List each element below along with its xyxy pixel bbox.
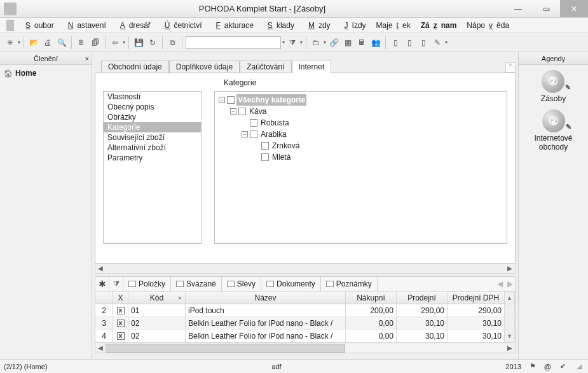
copy-icon[interactable]: ⧉ [166,36,179,49]
table-row[interactable]: 3 x 02 Belkin Leather Folio for iPod nan… [95,317,515,330]
tree-collapse-icon[interactable]: − [219,97,225,103]
menu-jizdy[interactable]: Jízdy [337,20,370,31]
col-prodejnidph[interactable]: Prodejní DPH [448,292,505,304]
tool-icon[interactable]: ✎ [431,36,444,49]
tab-internet[interactable]: Internet [292,60,332,73]
new-doc-icon[interactable]: 🗎 [75,36,88,49]
search-field[interactable] [186,36,281,49]
menu-adresar[interactable]: Adresář [113,20,154,31]
scroll-left-icon[interactable]: ◀ [95,344,106,351]
calc-icon[interactable]: 🖩 [355,36,368,49]
cell-x[interactable]: x [113,330,128,342]
tree-collapse-icon[interactable]: − [230,108,236,115]
cell-x[interactable]: x [113,317,128,329]
refresh-icon[interactable]: ↻ [146,36,159,49]
subtab-dokumenty[interactable]: Dokumenty [261,277,321,291]
tree-mleta[interactable]: Mletá [219,151,503,163]
sidelist-vlastnosti[interactable]: Vlastnosti [104,92,201,102]
col-x[interactable]: X [113,292,128,304]
status-check-icon[interactable]: ✔ [557,362,568,370]
subtab-slevy[interactable]: Slevy [222,277,261,291]
menu-mzdy[interactable]: Mzdy [301,20,334,31]
tree-root-checkbox[interactable] [227,96,235,104]
scroll-left-icon[interactable]: ◀ [95,265,106,272]
subtab-svazane[interactable]: Svázané [171,277,222,291]
close-button[interactable]: ✕ [560,0,588,17]
tree-checkbox[interactable] [261,153,269,161]
tree-checkbox[interactable] [261,142,269,150]
tree-root[interactable]: − Všechny kategorie [219,94,503,106]
panel1-icon[interactable]: ▯ [389,36,402,49]
agenda-zasoby[interactable]: ②✎ Zásoby [541,70,566,103]
mainpane-hscroll[interactable]: ◀ ▶ [95,264,516,274]
grid-hscroll[interactable]: ◀ ▶ [95,343,516,353]
subtab-next-icon[interactable]: ▶ [505,279,515,288]
tabs-scroll-up-icon[interactable]: ˄ [505,62,516,73]
tree-checkbox[interactable] [250,119,257,127]
menu-ucetnictvi[interactable]: Účetnictví [157,20,206,31]
sidelist-obrazky[interactable]: Obrázky [104,112,201,122]
maximize-button[interactable]: ▭ [532,0,560,17]
save-icon[interactable]: 💾 [132,36,145,49]
grid-icon[interactable]: ▦ [341,36,354,49]
left-panel-close-icon[interactable]: × [85,55,89,62]
subtab-prev-icon[interactable]: ◀ [495,279,505,288]
sidelist-souvisejici[interactable]: Související zboží [104,132,201,143]
sidelist-parametry[interactable]: Parametry [104,153,201,163]
panel3-icon[interactable]: ▯ [417,36,430,49]
col-kod[interactable]: Kód [128,292,186,304]
menu-majetek[interactable]: Majetek [373,20,414,31]
subtab-poznamky[interactable]: Poznámky [321,277,378,291]
cell-x[interactable]: x [113,304,128,316]
sidebar-home[interactable]: Home [4,69,88,78]
preview-icon[interactable]: 🔍 [55,36,68,49]
grid-vscroll-up-icon[interactable]: ▲ [505,292,515,304]
status-flag-icon[interactable]: ⚑ [528,362,538,370]
tree-checkbox[interactable] [238,108,246,115]
tab-doplnkove[interactable]: Doplňkové údaje [169,60,240,73]
menu-fakturace[interactable]: Fakturace [208,20,257,31]
status-resize-grip-icon[interactable]: ◢ [574,362,584,370]
sidelist-obecny-popis[interactable]: Obecný popis [104,102,201,112]
menu-zaznam[interactable]: Záznam [417,20,461,31]
subtab-filter-icon[interactable]: ⧩ [109,277,123,291]
table-row[interactable]: 2 x 01 iPod touch 200,00 290,00 290,00 [95,304,515,317]
col-nakupni[interactable]: Nákupní [346,292,397,304]
grid-vscroll-down-icon[interactable]: ▼ [505,330,515,342]
open-icon[interactable]: 📂 [27,36,40,49]
tree-checkbox[interactable] [250,130,257,138]
grid-vscroll-track[interactable] [505,304,515,316]
minimize-button[interactable]: — [504,0,532,17]
sidelist-kategorie[interactable]: Kategorie [104,122,201,132]
tree-arabika[interactable]: − Arabika [219,129,503,140]
tree-collapse-icon[interactable]: − [242,131,248,137]
scroll-right-icon[interactable]: ▶ [505,344,515,351]
sidelist-alternativni[interactable]: Alternativní zboží [104,143,201,153]
subtab-polozky[interactable]: Položky [123,277,171,291]
menu-soubor[interactable]: Soubor [18,20,58,31]
scroll-thumb[interactable] [106,344,345,353]
col-rownum[interactable] [95,292,113,304]
tree-robusta[interactable]: Robusta [219,117,503,129]
link-icon[interactable]: 🔗 [327,36,340,49]
menu-nastaveni[interactable]: Nastavení [60,20,110,31]
menu-sklady[interactable]: Sklady [260,20,298,31]
tab-zauctovani[interactable]: Zaúčtování [240,60,291,73]
scroll-right-icon[interactable]: ▶ [505,265,515,272]
filter-icon[interactable]: ⧩ [286,36,299,49]
folder-icon[interactable]: 🗀 [310,36,322,49]
panel2-icon[interactable]: ▯ [403,36,416,49]
col-prodejni[interactable]: Prodejní [397,292,448,304]
tree-zrnkova[interactable]: Zrnková [219,140,503,151]
new-icon[interactable]: ✳ [4,36,17,49]
grid-vscroll-track[interactable] [505,317,515,329]
tab-obchodni[interactable]: Obchodní údaje [101,60,169,73]
table-row[interactable]: 4 x 02 Belkin Leather Folio for iPod nan… [95,330,515,342]
tree-kava[interactable]: − Káva [219,106,503,117]
back-icon[interactable]: ⇦ [109,36,121,49]
copy-doc-icon[interactable]: 🗐 [89,36,102,49]
people-icon[interactable]: 👥 [369,36,382,49]
col-nazev[interactable]: Název [186,292,346,304]
subtab-star[interactable]: ✱ [95,277,109,291]
menu-napoveda[interactable]: Nápověda [463,20,513,31]
